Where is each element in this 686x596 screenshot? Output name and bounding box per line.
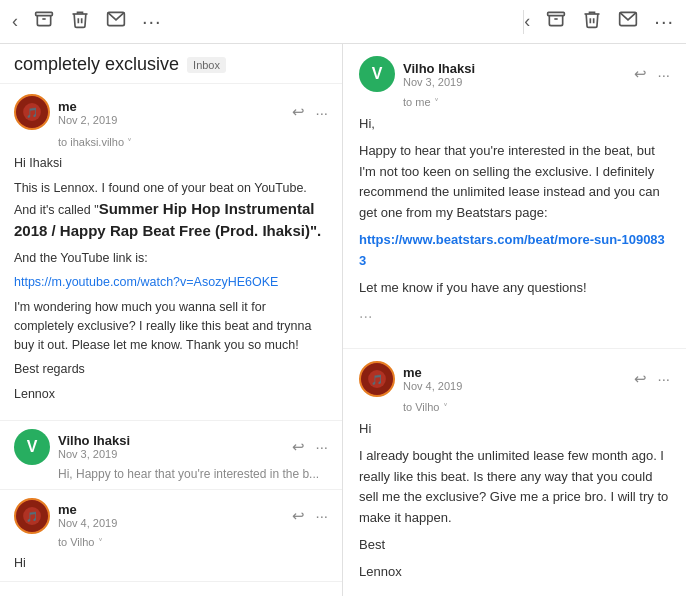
right-sender-info-2: me Nov 4, 2019 — [403, 365, 626, 392]
avatar-vilho-right: V — [359, 56, 395, 92]
right-reply-icon-2[interactable]: ↩ — [634, 370, 647, 388]
right-dots-1: ··· — [359, 304, 670, 330]
avatar-me-2: 🎵 — [14, 498, 50, 534]
sender-info-3: me Nov 4, 2019 — [58, 502, 284, 529]
right-email-item-1: V Vilho Ihaksi Nov 3, 2019 ↩ ··· to me ˅ — [343, 44, 686, 349]
more-right-icon[interactable]: ··· — [654, 10, 674, 33]
reply-icon-2[interactable]: ↩ — [292, 438, 305, 456]
toolbar: ‹ ··· ‹ ··· — [0, 0, 686, 44]
sender-date-1: Nov 2, 2019 — [58, 114, 284, 126]
right-regards-2: Best — [359, 535, 670, 556]
right-p1-1: Happy to hear that you're interested in … — [359, 141, 670, 224]
right-sender-name-1: Vilho Ihaksi — [403, 61, 626, 76]
back2-icon[interactable]: ‹ — [524, 11, 530, 32]
email-item-3[interactable]: 🎵 me Nov 4, 2019 ↩ ··· to Vilho ˅ — [0, 490, 342, 582]
right-email-actions-2: ↩ ··· — [634, 370, 670, 388]
right-greeting-2: Hi — [359, 419, 670, 440]
right-email-item-2: 🎵 me Nov 4, 2019 ↩ ··· to Vilho ˅ — [343, 349, 686, 596]
reply-icon-1[interactable]: ↩ — [292, 103, 305, 121]
archive2-icon[interactable] — [546, 9, 566, 34]
right-email-list: V Vilho Ihaksi Nov 3, 2019 ↩ ··· to me ˅ — [343, 44, 686, 596]
right-dots-2: ··· — [359, 589, 670, 596]
right-sender-date-1: Nov 3, 2019 — [403, 76, 626, 88]
reply-icon-3[interactable]: ↩ — [292, 507, 305, 525]
trash-icon[interactable] — [70, 9, 90, 34]
youtube-link-1: https://m.youtube.com/watch?v=AsozyHE6OK… — [14, 273, 328, 292]
sender-date-2: Nov 3, 2019 — [58, 448, 284, 460]
more-icon-1[interactable]: ··· — [315, 104, 328, 121]
right-reply-icon-1[interactable]: ↩ — [634, 65, 647, 83]
email-actions-1: ↩ ··· — [292, 103, 328, 121]
toolbar-right: ‹ ··· — [524, 9, 674, 34]
email-meta-2: V Vilho Ihaksi Nov 3, 2019 ↩ ··· — [14, 429, 328, 465]
name-1: Lennox — [14, 385, 328, 404]
preview-2: Hi, Happy to hear that you're interested… — [58, 467, 328, 481]
intro-1: This is Lennox. I found one of your beat… — [14, 179, 328, 243]
email-meta-3: 🎵 me Nov 4, 2019 ↩ ··· — [14, 498, 328, 534]
sender-info-2: Vilho Ihaksi Nov 3, 2019 — [58, 433, 284, 460]
more-left-icon[interactable]: ··· — [142, 10, 162, 33]
avatar-me-right: 🎵 — [359, 361, 395, 397]
greeting-1: Hi Ihaksi — [14, 154, 328, 173]
svg-text:🎵: 🎵 — [26, 106, 39, 119]
email-body-1: Hi Ihaksi This is Lennox. I found one of… — [14, 154, 328, 404]
toolbar-left: ‹ ··· — [12, 9, 523, 34]
thread-header: completely exclusive Inbox — [0, 44, 342, 84]
email-item-1: 🎵 me Nov 2, 2019 ↩ ··· to ihaksi.vilho ˅ — [0, 84, 342, 421]
sender-name-1: me — [58, 99, 284, 114]
svg-text:🎵: 🎵 — [371, 373, 384, 386]
sender-name-3: me — [58, 502, 284, 517]
email-body-3: Hi — [14, 554, 328, 573]
right-email-actions-1: ↩ ··· — [634, 65, 670, 83]
main-content: completely exclusive Inbox 🎵 me Nov 2, 2… — [0, 44, 686, 596]
avatar-me-1: 🎵 — [14, 94, 50, 130]
right-pane: V Vilho Ihaksi Nov 3, 2019 ↩ ··· to me ˅ — [343, 44, 686, 596]
right-email-meta-2: 🎵 me Nov 4, 2019 ↩ ··· — [359, 361, 670, 397]
right-greeting-1: Hi, — [359, 114, 670, 135]
right-body-2: Hi I already bought the unlimited lease … — [359, 419, 670, 596]
thread-title-row: completely exclusive Inbox — [14, 54, 328, 75]
right-to-line-1: to me ˅ — [403, 96, 670, 108]
trash2-icon[interactable] — [582, 9, 602, 34]
mail-icon[interactable] — [106, 9, 126, 34]
svg-text:🎵: 🎵 — [26, 510, 39, 523]
inbox-badge: Inbox — [187, 57, 226, 73]
sender-name-2: Vilho Ihaksi — [58, 433, 284, 448]
right-p2-1: Let me know if you have any questions! — [359, 278, 670, 299]
archive-icon[interactable] — [34, 9, 54, 34]
back-icon[interactable]: ‹ — [12, 11, 18, 32]
question-1: I'm wondering how much you wanna sell it… — [14, 298, 328, 354]
avatar-vilho-1: V — [14, 429, 50, 465]
right-p1-2: I already bought the unlimited lease few… — [359, 446, 670, 529]
left-pane: completely exclusive Inbox 🎵 me Nov 2, 2… — [0, 44, 343, 596]
svg-rect-2 — [548, 12, 565, 15]
right-name-2: Lennox — [359, 562, 670, 583]
to-line-1: to ihaksi.vilho ˅ — [58, 136, 328, 148]
right-sender-info-1: Vilho Ihaksi Nov 3, 2019 — [403, 61, 626, 88]
sender-info-1: me Nov 2, 2019 — [58, 99, 284, 126]
email-item-2[interactable]: V Vilho Ihaksi Nov 3, 2019 ↩ ··· Hi, Hap… — [0, 421, 342, 490]
thread-title: completely exclusive — [14, 54, 179, 75]
svg-rect-0 — [36, 12, 53, 15]
right-body-1: Hi, Happy to hear that you're interested… — [359, 114, 670, 330]
link-label-1: And the YouTube link is: — [14, 249, 328, 268]
more-icon-2[interactable]: ··· — [315, 438, 328, 455]
sender-date-3: Nov 4, 2019 — [58, 517, 284, 529]
email-list: 🎵 me Nov 2, 2019 ↩ ··· to ihaksi.vilho ˅ — [0, 84, 342, 596]
right-email-meta-1: V Vilho Ihaksi Nov 3, 2019 ↩ ··· — [359, 56, 670, 92]
email-actions-2: ↩ ··· — [292, 438, 328, 456]
to-line-3: to Vilho ˅ — [58, 536, 328, 548]
email-meta-1: 🎵 me Nov 2, 2019 ↩ ··· — [14, 94, 328, 130]
right-link-1: https://www.beatstars.com/beat/more-sun-… — [359, 230, 670, 272]
right-more-icon-2[interactable]: ··· — [657, 370, 670, 387]
email-actions-3: ↩ ··· — [292, 507, 328, 525]
right-more-icon-1[interactable]: ··· — [657, 66, 670, 83]
more-icon-3[interactable]: ··· — [315, 507, 328, 524]
right-sender-date-2: Nov 4, 2019 — [403, 380, 626, 392]
mail2-icon[interactable] — [618, 9, 638, 34]
regards-1: Best regards — [14, 360, 328, 379]
right-sender-name-2: me — [403, 365, 626, 380]
right-to-line-2: to Vilho ˅ — [403, 401, 670, 413]
